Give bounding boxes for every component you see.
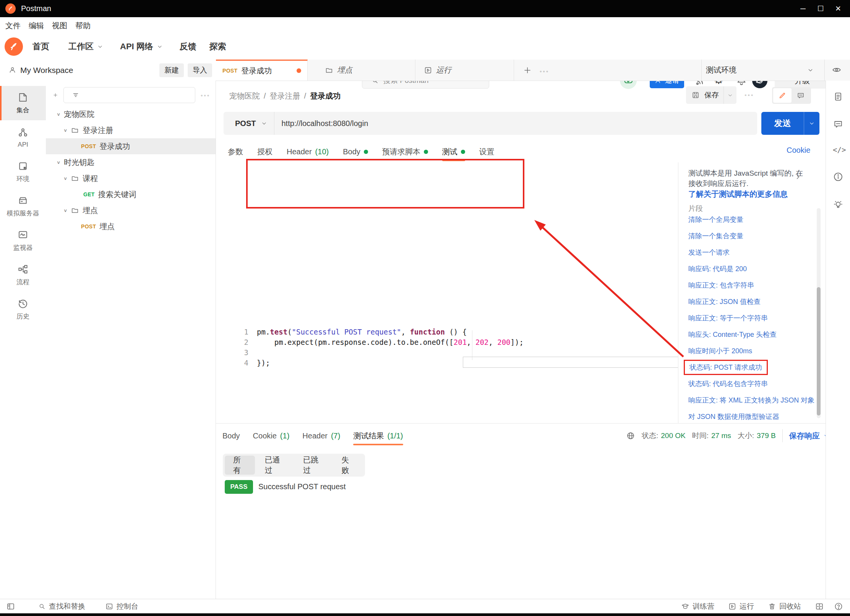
snippet-status-name-contains[interactable]: 状态码: 代码名包含字符串	[688, 375, 814, 392]
snippet-body-contains-string[interactable]: 响应正文: 包含字符串	[688, 277, 814, 293]
breadcrumb-folder[interactable]: 登录注册	[270, 91, 300, 101]
snippet-content-type-check[interactable]: 响应头: Content-Type 头检查	[688, 326, 814, 343]
toggle-sidebar-icon[interactable]	[6, 602, 15, 611]
save-response-button[interactable]: 保存响应	[789, 431, 829, 441]
two-pane-icon[interactable]	[815, 602, 824, 611]
collapse-panel-chevron-icon[interactable]	[794, 173, 802, 181]
sidebar-more-button[interactable]: ◦◦◦	[201, 92, 210, 99]
documentation-icon[interactable]	[833, 91, 844, 102]
tab-settings[interactable]: 设置	[479, 142, 495, 161]
snippet-body-json-check[interactable]: 响应正文: JSON 值检查	[688, 293, 814, 310]
snippet-body-equals-string[interactable]: 响应正文: 等于一个字符串	[688, 310, 814, 326]
response-tab-test-results[interactable]: 测试结果(1/1)	[353, 426, 403, 445]
snippet-response-time[interactable]: 响应时间小于 200ms	[688, 343, 814, 359]
new-button[interactable]: 新建	[159, 63, 184, 77]
menu-file[interactable]: 文件	[5, 21, 21, 31]
tab-authorization[interactable]: 授权	[257, 142, 273, 161]
snippet-send-request[interactable]: 发送一个请求	[688, 244, 814, 260]
globe-icon[interactable]	[626, 431, 635, 440]
menu-edit[interactable]: 编辑	[29, 21, 44, 31]
send-button[interactable]: 发送	[761, 112, 819, 135]
tab-pre-request-script[interactable]: 预请求脚本	[382, 142, 428, 161]
method-selector[interactable]: POST	[224, 119, 267, 128]
tab-runner[interactable]: 运行	[415, 60, 514, 81]
new-tab-button[interactable]	[523, 66, 532, 76]
snippet-status-200[interactable]: 响应码: 代码是 200	[688, 260, 814, 277]
tree-request-search-keyword[interactable]: GET 搜索关键词	[46, 186, 216, 202]
comments-icon[interactable]	[833, 119, 844, 129]
postman-home-logo-icon[interactable]	[5, 37, 23, 56]
save-button[interactable]: 保存	[686, 86, 736, 104]
tree-collection-pet-hospital[interactable]: ∨ 宠物医院	[46, 106, 216, 122]
comment-mode-button[interactable]	[792, 88, 810, 103]
learn-more-link[interactable]: 了解关于测试脚本的更多信息	[688, 189, 788, 199]
lightbulb-icon[interactable]	[833, 200, 844, 210]
tree-request-maidian[interactable]: POST 埋点	[46, 218, 216, 234]
rail-item-flows[interactable]: 流程	[0, 258, 46, 292]
snippets-scrollbar-thumb[interactable]	[817, 287, 821, 416]
console-button[interactable]: 控制台	[105, 601, 138, 611]
filter-skipped[interactable]: 已跳过	[295, 456, 331, 475]
filter-failed[interactable]: 失败	[333, 456, 363, 475]
edit-mode-button[interactable]	[773, 88, 792, 103]
find-replace-button[interactable]: 查找和替换	[38, 601, 85, 611]
tab-params[interactable]: 参数	[228, 142, 243, 161]
tree-collection-time-key[interactable]: ∨ 时光钥匙	[46, 154, 216, 170]
rail-item-monitors[interactable]: 监视器	[0, 223, 46, 258]
rail-item-collections[interactable]: 集合	[0, 86, 46, 120]
nav-workspaces[interactable]: 工作区	[68, 41, 94, 52]
snippet-clear-collection-var[interactable]: 清除一个集合变量	[688, 228, 814, 244]
workspace-name[interactable]: My Workspace	[20, 66, 73, 75]
collection-filter-input[interactable]	[63, 87, 195, 103]
environment-quick-look-button[interactable]	[832, 65, 842, 76]
tree-folder-maidian[interactable]: ∨ 埋点	[46, 202, 216, 218]
tab-tests[interactable]: 测试	[442, 142, 465, 161]
breadcrumb-collection[interactable]: 宠物医院	[229, 91, 260, 101]
tree-request-login-success[interactable]: POST 登录成功	[46, 138, 216, 154]
tab-body[interactable]: Body	[343, 142, 368, 161]
close-button[interactable]: ✕	[829, 4, 847, 13]
bootcamp-button[interactable]: 训练营	[681, 601, 714, 611]
trash-button[interactable]: 回收站	[768, 601, 801, 611]
snippet-post-success[interactable]: 状态码: POST 请求成功	[688, 359, 814, 375]
runner-button[interactable]: 运行	[728, 601, 754, 611]
rail-item-mock-servers[interactable]: 模拟服务器	[0, 189, 46, 223]
info-icon[interactable]	[833, 171, 844, 182]
tree-folder-course[interactable]: ∨ 课程	[46, 170, 216, 186]
chevron-down-icon[interactable]	[809, 120, 815, 126]
tree-folder-login-register[interactable]: ∨ 登录注册	[46, 122, 216, 138]
filter-passed[interactable]: 已通过	[256, 456, 293, 475]
tab-maidian[interactable]: 埋点	[316, 60, 415, 81]
tab-options-button[interactable]: ◦◦◦	[540, 68, 549, 74]
response-tab-body[interactable]: Body	[222, 426, 240, 445]
nav-api-network[interactable]: API 网络	[120, 41, 153, 52]
snippet-tiny-validator[interactable]: 对 JSON 数据使用微型验证器	[688, 408, 814, 425]
snippet-xml-to-json[interactable]: 响应正文: 将 XML 正文转换为 JSON 对象	[688, 392, 814, 408]
nav-explore[interactable]: 探索	[209, 41, 226, 52]
menu-help[interactable]: 帮助	[75, 21, 91, 31]
cookie-link[interactable]: Cookie	[787, 146, 810, 155]
response-tab-cookies[interactable]: Cookie(1)	[253, 426, 290, 445]
help-icon[interactable]	[834, 602, 843, 611]
filter-all[interactable]: 所有	[225, 456, 255, 475]
maximize-button[interactable]: ☐	[812, 4, 829, 13]
rail-item-api[interactable]: API	[0, 120, 46, 155]
menu-view[interactable]: 视图	[52, 21, 67, 31]
request-more-options-button[interactable]: ◦◦◦	[745, 92, 754, 98]
url-input[interactable]: http://localhost:8080/login	[281, 119, 368, 128]
import-button[interactable]: 导入	[188, 63, 212, 77]
tests-script-editor[interactable]: 1 2 3 4 pm.test("Successful POST request…	[216, 162, 673, 423]
rail-item-environments[interactable]: 环境	[0, 155, 46, 189]
snippet-clear-global-var[interactable]: 清除一个全局变量	[688, 211, 814, 228]
tab-headers[interactable]: Header(10)	[287, 142, 329, 161]
tab-login-success[interactable]: POST 登录成功	[216, 60, 308, 81]
chevron-down-icon[interactable]	[727, 92, 733, 98]
code-snippet-icon[interactable]: </>	[833, 146, 846, 154]
environment-selector[interactable]: 测试环境	[706, 60, 819, 81]
response-tab-headers[interactable]: Header(7)	[302, 426, 340, 445]
minimize-button[interactable]: ─	[794, 5, 812, 13]
add-collection-plus-icon[interactable]	[53, 91, 58, 100]
rail-item-history[interactable]: 历史	[0, 292, 46, 327]
nav-home[interactable]: 首页	[32, 41, 49, 52]
nav-feedback[interactable]: 反馈	[180, 41, 196, 52]
